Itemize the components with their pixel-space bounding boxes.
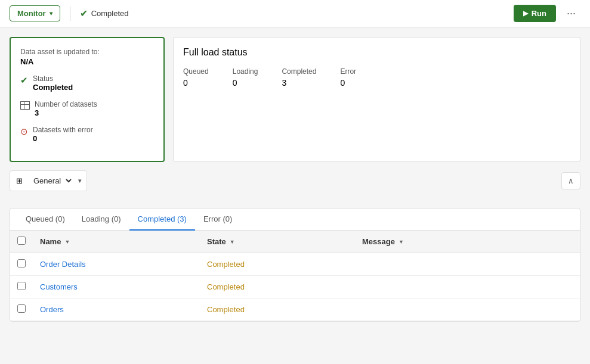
stat-label: Queued [183, 67, 209, 76]
stat-item: Queued 0 [183, 67, 209, 88]
table-header: Name ▼ State ▼ Message ▼ [10, 231, 580, 253]
topbar-status: ✔ Completed [80, 8, 129, 19]
topbar: Monitor ▾ ✔ Completed ▶ Run ··· [0, 0, 590, 27]
table-row: Order Details Completed [10, 253, 580, 276]
stat-label: Error [340, 67, 356, 76]
row-state-cell: Completed [200, 253, 355, 276]
datasets-row: Number of datasets 3 [20, 100, 154, 117]
tab-item[interactable]: Queued (0) [17, 209, 73, 231]
topbar-status-label: Completed [91, 9, 129, 18]
row-state-value: Completed [207, 282, 245, 291]
collapse-button[interactable]: ∧ [561, 172, 580, 189]
stat-item: Completed 3 [282, 67, 316, 88]
status-check-icon: ✔ [80, 8, 88, 19]
row-name-cell: Orders [33, 298, 200, 321]
row-name-link[interactable]: Customers [40, 282, 78, 291]
datasets-label: Number of datasets [35, 100, 97, 108]
row-checkbox[interactable] [17, 282, 26, 290]
datasets-info: Number of datasets 3 [35, 100, 97, 117]
row-message-cell [355, 253, 580, 276]
status-value: Completed [33, 83, 73, 92]
state-sort-icon[interactable]: ▼ [230, 239, 235, 245]
status-row: ✔ Status Completed [20, 74, 154, 92]
table-body: Order Details Completed Customers Comple… [10, 253, 580, 321]
row-state-value: Completed [207, 305, 245, 314]
row-state-cell: Completed [200, 298, 355, 321]
monitor-label: Monitor [17, 9, 46, 18]
row-checkbox-cell [10, 253, 33, 276]
stat-value: 0 [183, 78, 209, 88]
tab-row: Queued (0)Loading (0)Completed (3)Error … [10, 209, 580, 231]
panels-row: Data asset is updated to: N/A ✔ Status C… [10, 37, 580, 162]
row-checkbox-cell [10, 276, 33, 298]
run-button[interactable]: ▶ Run [514, 5, 556, 22]
row-checkbox[interactable] [17, 304, 26, 313]
table-row: Orders Completed [10, 298, 580, 321]
row-message-cell [355, 298, 580, 321]
select-all-header [10, 231, 33, 253]
stat-value: 0 [233, 78, 258, 88]
status-label: Status [33, 74, 73, 83]
stat-label: Completed [282, 67, 316, 76]
error-value: 0 [33, 134, 93, 143]
chevron-down-icon: ▾ [50, 10, 52, 17]
stat-value: 0 [340, 78, 356, 88]
monitor-button[interactable]: Monitor ▾ [10, 5, 60, 21]
general-select[interactable]: General [29, 171, 73, 191]
load-stats: Queued 0Loading 0Completed 3Error 0 [183, 67, 570, 88]
table-icon [20, 101, 30, 110]
select-all-checkbox[interactable] [17, 237, 26, 245]
right-panel: Full load status Queued 0Loading 0Comple… [173, 37, 580, 162]
row-name-link[interactable]: Orders [40, 305, 64, 314]
name-column-label: Name [40, 237, 61, 246]
state-column-label: State [207, 237, 226, 246]
filter-row-wrap: ⊞ General ▾ ∧ [10, 170, 580, 191]
datasets-value: 3 [35, 108, 97, 117]
data-table: Name ▼ State ▼ Message ▼ [10, 231, 580, 321]
name-sort-icon[interactable]: ▼ [64, 239, 70, 245]
error-label: Datasets with error [33, 126, 93, 134]
message-column-header: Message ▼ [355, 231, 580, 253]
play-icon: ▶ [523, 10, 528, 17]
table-section: Queued (0)Loading (0)Completed (3)Error … [10, 208, 580, 322]
full-load-title: Full load status [183, 47, 570, 58]
stat-item: Loading 0 [233, 67, 258, 88]
name-column-header: Name ▼ [33, 231, 200, 253]
row-state-value: Completed [207, 260, 245, 269]
row-state-cell: Completed [200, 276, 355, 298]
status-check-icon: ✔ [20, 75, 28, 86]
error-info: Datasets with error 0 [33, 126, 93, 143]
row-checkbox-cell [10, 298, 33, 321]
message-column-label: Message [362, 237, 395, 246]
row-name-link[interactable]: Order Details [40, 260, 86, 269]
row-name-cell: Customers [33, 276, 200, 298]
status-info: Status Completed [33, 74, 73, 92]
left-panel: Data asset is updated to: N/A ✔ Status C… [10, 37, 165, 162]
filter-select-wrap: ⊞ General ▾ [10, 170, 87, 191]
row-name-cell: Order Details [33, 253, 200, 276]
tab-item[interactable]: Loading (0) [73, 209, 129, 231]
error-row: ⊙ Datasets with error 0 [20, 126, 154, 143]
stat-value: 3 [282, 78, 316, 88]
message-sort-icon[interactable]: ▼ [399, 239, 404, 245]
stat-item: Error 0 [340, 67, 356, 88]
data-asset-label: Data asset is updated to: [20, 48, 154, 56]
main-content: Data asset is updated to: N/A ✔ Status C… [0, 27, 590, 364]
table-row: Customers Completed [10, 276, 580, 298]
stat-label: Loading [233, 67, 258, 76]
topbar-divider [70, 7, 70, 21]
tab-item[interactable]: Completed (3) [129, 209, 195, 231]
error-icon: ⊙ [20, 126, 28, 137]
run-label: Run [532, 9, 546, 18]
select-arrow-icon: ▾ [73, 172, 87, 189]
collapse-icon: ∧ [568, 176, 574, 185]
grid-icon: ⊞ [10, 172, 29, 190]
row-checkbox[interactable] [17, 259, 26, 267]
state-column-header: State ▼ [200, 231, 355, 253]
row-message-cell [355, 276, 580, 298]
data-asset-value: N/A [20, 57, 154, 66]
tab-item[interactable]: Error (0) [195, 209, 240, 231]
more-options-button[interactable]: ··· [562, 5, 580, 22]
